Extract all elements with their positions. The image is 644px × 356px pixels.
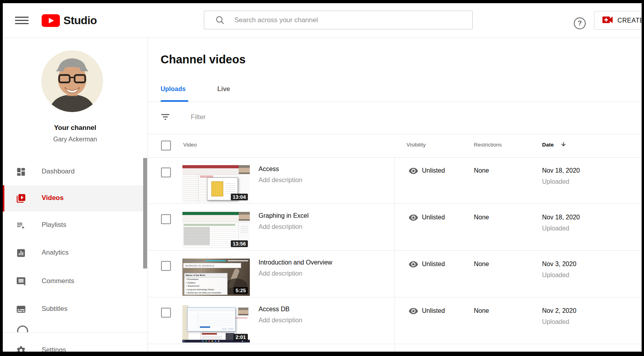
logo-text: Studio (63, 14, 97, 27)
sidebar-item-label: Analytics (42, 249, 69, 257)
visibility-value: Unlisted (422, 261, 445, 268)
subtitles-icon (16, 304, 26, 314)
help-button[interactable]: ? (574, 17, 586, 29)
table-header: Video Visibility Restrictions Date (148, 134, 642, 158)
sidebar-item-comments[interactable]: Comments (3, 268, 145, 295)
sidebar-item-label: Subtitles (42, 305, 67, 313)
sidebar-scrollbar[interactable] (143, 158, 147, 268)
sort-desc-icon[interactable] (560, 141, 567, 149)
restrictions-value: None (474, 307, 489, 314)
sidebar-divider (3, 332, 148, 333)
dashboard-icon (16, 167, 26, 177)
visibility-eye-icon (408, 259, 418, 269)
video-description-placeholder[interactable]: Add description (259, 223, 302, 230)
create-button[interactable]: CREATE (594, 11, 642, 30)
visibility-eye-icon (408, 166, 418, 176)
sidebar: Your channel Gary Ackerman Dashboard Vid… (3, 38, 148, 352)
date-type: Uploaded (542, 225, 569, 232)
row-checkbox[interactable] (161, 308, 171, 318)
visibility-value: Unlisted (422, 214, 445, 221)
sidebar-item-label: Dashboard (42, 168, 75, 175)
column-header-restrictions[interactable]: Restrictions (474, 142, 502, 148)
column-header-visibility[interactable]: Visibility (406, 142, 426, 148)
column-header-date[interactable]: Date (542, 142, 554, 148)
video-thumbnail[interactable]: 2:01 (182, 305, 250, 343)
date-type: Uploaded (542, 272, 569, 279)
tab-uploads[interactable]: Uploads (161, 86, 186, 93)
screenshot-frame: Studio ? CREATE (0, 0, 644, 356)
visibility-value: Unlisted (422, 307, 445, 314)
channel-search-box[interactable] (204, 11, 473, 29)
tab-live[interactable]: Live (217, 86, 230, 93)
videos-icon (16, 193, 26, 204)
date-value: Nov 3, 2020 (542, 261, 576, 268)
row-checkbox[interactable] (161, 214, 171, 224)
restrictions-value: None (474, 261, 489, 268)
select-all-checkbox[interactable] (161, 141, 171, 150)
duration-badge: 13:56 (231, 240, 248, 247)
sidebar-item-analytics[interactable]: Analytics (3, 240, 145, 266)
search-input[interactable] (234, 13, 457, 28)
row-checkbox[interactable] (161, 168, 171, 177)
slide-bullet-box: Nature of the Work Procedures Children "… (184, 273, 228, 295)
webcam-face (238, 307, 249, 316)
channel-name: Gary Ackerman (3, 136, 148, 143)
date-value: Nov 2, 2020 (542, 307, 576, 314)
video-thumbnail[interactable]: 13:04 (182, 165, 250, 202)
table-row[interactable]: WORKING IN SCHOOLS Nature of the Work Pr… (148, 251, 642, 297)
sidebar-item-playlists[interactable]: Playlists (3, 212, 145, 238)
table-row[interactable]: 13:56 Graphing in Excel Add description … (148, 204, 642, 251)
video-description-placeholder[interactable]: Add description (259, 177, 302, 184)
video-thumbnail[interactable]: 13:56 (182, 212, 250, 249)
video-table-rows: 13:04 Access Add description Unlisted No… (148, 157, 642, 344)
table-row[interactable]: 2:01 Access DB Add description Unlisted … (148, 297, 642, 344)
date-type: Uploaded (542, 178, 569, 185)
partially-visible-menu-icon (17, 326, 29, 332)
row-checkbox[interactable] (161, 261, 171, 271)
video-title[interactable]: Graphing in Excel (259, 212, 309, 219)
video-thumbnail[interactable]: WORKING IN SCHOOLS Nature of the Work Pr… (182, 259, 250, 296)
visibility-value: Unlisted (422, 167, 445, 174)
video-title[interactable]: Access DB (259, 306, 289, 313)
webcam-face (239, 212, 250, 221)
avatar[interactable] (41, 50, 103, 112)
column-header-video: Video (183, 142, 197, 148)
date-type: Uploaded (542, 318, 569, 326)
create-label: CREATE (617, 17, 642, 24)
hamburger-icon (15, 17, 29, 18)
sidebar-item-settings[interactable]: Settings (3, 341, 145, 352)
date-value: Nov 18, 2020 (542, 167, 580, 174)
copyright-icon (17, 326, 28, 332)
webcam-face (239, 165, 250, 174)
duration-badge: 5:25 (234, 287, 248, 294)
top-bar: Studio ? CREATE (3, 3, 642, 38)
sidebar-item-videos[interactable]: Videos (3, 185, 145, 211)
comments-icon (16, 276, 26, 287)
duration-badge: 13:04 (231, 194, 248, 200)
hamburger-menu-button[interactable] (15, 17, 29, 25)
filter-input[interactable] (190, 112, 390, 123)
youtube-play-icon (42, 14, 60, 27)
search-icon (215, 15, 225, 27)
video-title[interactable]: Access (259, 166, 279, 173)
analytics-icon (16, 248, 26, 258)
sidebar-item-subtitles[interactable]: Subtitles (3, 296, 145, 322)
duration-badge: 2:01 (234, 334, 248, 341)
page-title: Channel videos (161, 53, 245, 66)
filter-icon (161, 113, 170, 122)
table-row[interactable]: 13:04 Access Add description Unlisted No… (148, 157, 642, 204)
tabs-divider (148, 102, 642, 102)
sidebar-item-label: Playlists (42, 221, 66, 229)
restrictions-value: None (474, 167, 489, 174)
app-body: Your channel Gary Ackerman Dashboard Vid… (3, 38, 642, 352)
sidebar-item-dashboard[interactable]: Dashboard (3, 159, 145, 185)
video-camera-plus-icon (602, 15, 613, 25)
video-description-placeholder[interactable]: Add description (259, 317, 302, 324)
video-title[interactable]: Introduction and Overview (259, 259, 332, 266)
sidebar-item-label: Videos (42, 194, 63, 202)
channel-label: Your channel (3, 124, 148, 132)
slide-title: WORKING IN SCHOOLS (183, 263, 241, 268)
video-description-placeholder[interactable]: Add description (259, 270, 302, 277)
youtube-studio-logo[interactable]: Studio (42, 14, 97, 27)
youtube-studio-app: Studio ? CREATE (3, 3, 642, 352)
